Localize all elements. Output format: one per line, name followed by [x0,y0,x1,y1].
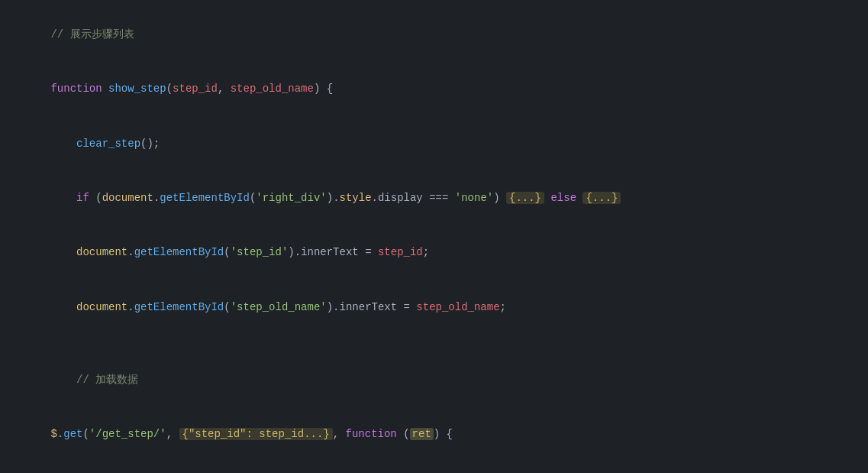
line-get: $.get('/get_step/', {"step_id": step_id.… [12,408,856,462]
line-doc-step-old: document.getElementById('step_old_name')… [12,280,856,335]
method-getelem1: getElementById [160,192,250,204]
highlight-step-id-obj: {"step_id": step_id...} [179,428,333,440]
collapsed-else-block: {...} [582,192,621,204]
keyword-function: function [50,83,102,95]
collapsed-if-block: {...} [506,192,544,204]
method-get: get [63,428,82,440]
comment2-text: // 加载数据 [76,374,138,386]
string-step-id: 'step_id' [231,246,289,258]
document-ref1: document [102,192,153,204]
string-get-step: '/get_step/' [89,428,166,440]
method-getelem2: getElementById [134,246,224,258]
dollar-sign: $ [50,428,56,440]
document-ref3: document [76,301,127,313]
var-step-old-name: step_old_name [416,301,499,313]
highlight-ret-param: ret [410,428,434,440]
line-func-def: function show_step(step_id, step_old_nam… [12,62,856,116]
string-step-old-name: 'step_old_name' [231,301,327,313]
method-getelem3: getElementById [134,301,224,313]
code-container: // 展示步骤列表 function show_step(step_id, st… [0,8,868,473]
line-comment1: // 展示步骤列表 [12,8,856,62]
param-step-id: step_id [173,83,218,95]
line-clear-step: clear_step(); [12,117,856,171]
param-step-old-name: step_old_name [231,83,314,95]
line-if: if (document.getElementById('right_div')… [12,171,856,225]
string-right-div: 'right_div' [256,192,326,204]
func-clear-step: clear_step [76,138,140,150]
line-var-ret: var ret = eval(ret); [12,462,856,473]
comment-text: // 展示步骤列表 [50,28,134,40]
code-block: // 展示步骤列表 function show_step(step_id, st… [0,8,868,473]
line-doc-step-id: document.getElementById('step_id').inner… [12,226,856,280]
func-name: show_step [108,83,166,95]
keyword-function2: function [346,428,397,440]
style-display: style [340,192,372,204]
line-empty1 [12,335,856,353]
var-step-id: step_id [378,246,423,258]
string-none: 'none' [455,192,493,204]
keyword-if: if [76,192,89,204]
keyword-else: else [550,192,576,204]
line-comment2: // 加载数据 [12,353,856,407]
document-ref2: document [76,246,127,258]
